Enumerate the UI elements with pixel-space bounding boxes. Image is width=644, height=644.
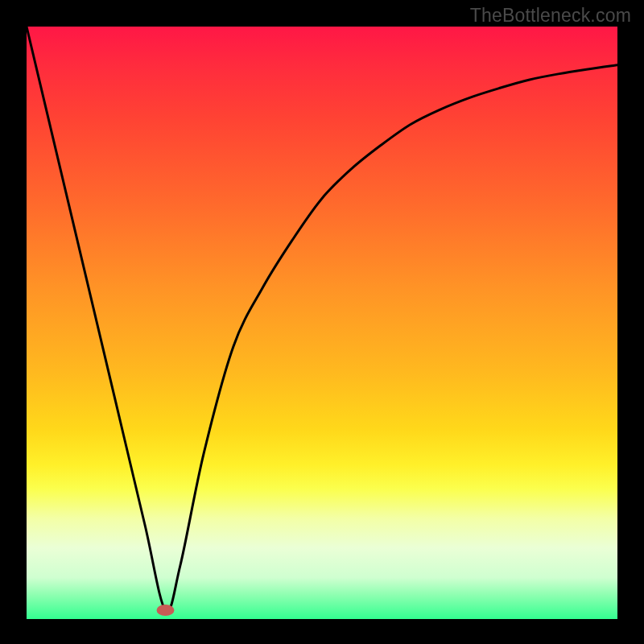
plot-area: [27, 27, 617, 619]
curve-svg: [27, 27, 617, 619]
attribution-text: TheBottleneck.com: [470, 5, 631, 27]
bottleneck-curve: [27, 27, 617, 611]
minimum-marker: [156, 605, 174, 616]
chart-frame: TheBottleneck.com: [0, 0, 644, 644]
